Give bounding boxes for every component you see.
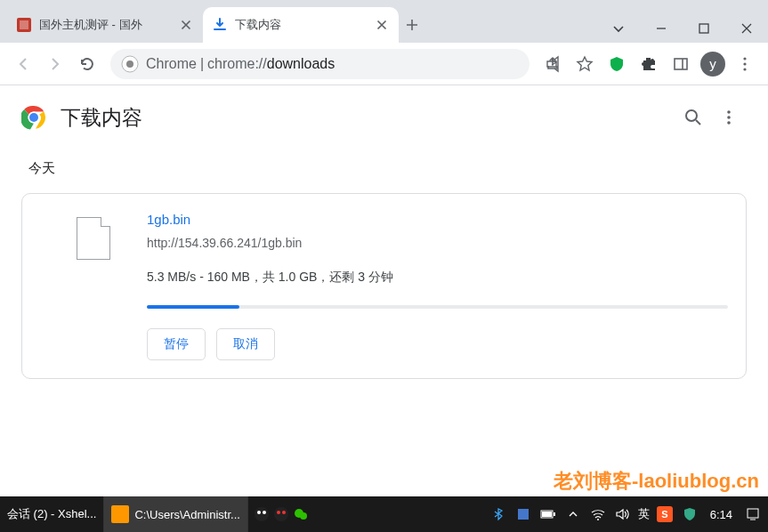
sublime-icon bbox=[111, 505, 129, 523]
back-button[interactable] bbox=[7, 48, 39, 80]
side-panel-icon[interactable] bbox=[665, 48, 697, 80]
tab-active[interactable]: 下载内容 bbox=[203, 7, 399, 43]
svg-point-7 bbox=[743, 57, 746, 60]
downloads-page: 下载内容 今天 1gb.bin http://154.39.66.241/1gb… bbox=[0, 85, 768, 496]
share-icon[interactable] bbox=[537, 48, 569, 80]
svg-rect-26 bbox=[518, 509, 529, 520]
app-icon-2[interactable] bbox=[271, 496, 291, 532]
svg-rect-1 bbox=[20, 20, 28, 29]
chrome-logo-icon bbox=[21, 105, 46, 130]
file-icon bbox=[77, 217, 110, 260]
svg-point-18 bbox=[255, 507, 269, 521]
shield-icon[interactable] bbox=[601, 48, 633, 80]
svg-point-30 bbox=[597, 519, 599, 520]
progress-bar-track bbox=[147, 305, 728, 309]
svg-point-20 bbox=[263, 511, 266, 514]
app-icon-1[interactable] bbox=[252, 496, 271, 532]
address-bar[interactable]: Chrome | chrome://downloads bbox=[110, 49, 530, 79]
ime-indicator[interactable]: 英 bbox=[638, 496, 650, 532]
chrome-logo-small-icon bbox=[121, 55, 139, 73]
svg-rect-33 bbox=[748, 509, 758, 518]
clock[interactable]: 6:14 bbox=[705, 508, 738, 521]
taskbar-item-xshell[interactable]: 会话 (2) - Xshel... bbox=[0, 496, 104, 532]
tab-title: 国外主机测评 - 国外 bbox=[39, 17, 174, 33]
window-controls bbox=[597, 7, 768, 43]
svg-point-4 bbox=[126, 60, 133, 68]
svg-point-21 bbox=[274, 507, 288, 521]
minimize-button[interactable] bbox=[640, 14, 683, 43]
taskbar-pinned-group bbox=[248, 496, 314, 532]
download-favicon-icon bbox=[212, 17, 228, 33]
window-titlebar: 国外主机测评 - 国外 下载内容 bbox=[0, 0, 768, 43]
battery-icon[interactable] bbox=[538, 496, 558, 532]
svg-rect-29 bbox=[542, 512, 552, 517]
download-status: 5.3 MB/s - 160 MB，共 1.0 GB，还剩 3 分钟 bbox=[147, 270, 728, 286]
pause-button[interactable]: 暂停 bbox=[147, 328, 206, 360]
security-icon[interactable] bbox=[680, 496, 699, 532]
page-header: 下载内容 bbox=[0, 85, 768, 149]
wifi-icon[interactable] bbox=[588, 496, 608, 532]
taskbar: 会话 (2) - Xshel... C:\Users\Administr... … bbox=[0, 496, 768, 532]
system-tray: 英 S 6:14 bbox=[483, 496, 768, 532]
maximize-button[interactable] bbox=[683, 14, 725, 43]
svg-point-15 bbox=[727, 116, 731, 119]
svg-rect-17 bbox=[111, 505, 129, 523]
chevron-down-icon[interactable] bbox=[597, 14, 640, 43]
sogou-ime-icon[interactable]: S bbox=[655, 496, 675, 532]
download-actions: 暂停 取消 bbox=[147, 328, 728, 360]
svg-point-9 bbox=[743, 68, 746, 70]
page-title: 下载内容 bbox=[61, 104, 675, 132]
date-section-label: 今天 bbox=[0, 149, 768, 193]
svg-point-13 bbox=[686, 110, 697, 121]
tab-title: 下载内容 bbox=[235, 17, 370, 33]
svg-point-22 bbox=[277, 511, 280, 514]
download-info: 1gb.bin http://154.39.66.241/1gb.bin 5.3… bbox=[147, 212, 728, 360]
svg-point-25 bbox=[300, 512, 307, 520]
tab-strip: 国外主机测评 - 国外 下载内容 bbox=[7, 7, 425, 43]
reload-button[interactable] bbox=[71, 48, 103, 80]
svg-point-8 bbox=[743, 62, 746, 65]
favicon-seal-icon bbox=[16, 17, 32, 33]
svg-point-16 bbox=[727, 121, 731, 125]
svg-point-14 bbox=[727, 110, 731, 114]
more-menu-icon[interactable] bbox=[711, 100, 747, 135]
wechat-icon[interactable] bbox=[291, 496, 311, 532]
forward-button[interactable] bbox=[39, 48, 71, 80]
close-tab-icon[interactable] bbox=[374, 17, 390, 33]
bluetooth-icon[interactable] bbox=[489, 496, 508, 532]
taskbar-item-explorer[interactable]: C:\Users\Administr... bbox=[104, 496, 247, 532]
cancel-button[interactable]: 取消 bbox=[216, 328, 275, 360]
progress-bar-fill bbox=[147, 305, 239, 309]
bookmark-star-icon[interactable] bbox=[569, 48, 601, 80]
notifications-icon[interactable] bbox=[743, 496, 763, 532]
profile-avatar[interactable]: y bbox=[700, 52, 725, 77]
omnibox-text: Chrome | chrome://downloads bbox=[146, 56, 335, 72]
svg-rect-2 bbox=[699, 24, 708, 33]
extensions-puzzle-icon[interactable] bbox=[633, 48, 665, 80]
download-filename[interactable]: 1gb.bin bbox=[147, 212, 728, 227]
download-item: 1gb.bin http://154.39.66.241/1gb.bin 5.3… bbox=[21, 193, 747, 379]
svg-rect-5 bbox=[675, 59, 687, 69]
download-url: http://154.39.66.241/1gb.bin bbox=[147, 236, 728, 250]
svg-point-12 bbox=[29, 113, 38, 122]
tab-inactive[interactable]: 国外主机测评 - 国外 bbox=[7, 7, 203, 43]
close-tab-icon[interactable] bbox=[178, 17, 194, 33]
browser-toolbar: Chrome | chrome://downloads y bbox=[0, 43, 768, 85]
volume-icon[interactable] bbox=[613, 496, 633, 532]
svg-point-19 bbox=[257, 511, 261, 514]
file-icon-wrap bbox=[40, 212, 147, 360]
search-icon[interactable] bbox=[675, 100, 711, 135]
new-tab-button[interactable] bbox=[399, 7, 425, 43]
svg-text:S: S bbox=[661, 509, 667, 520]
close-window-button[interactable] bbox=[725, 14, 768, 43]
tray-app-icon[interactable] bbox=[513, 496, 533, 532]
svg-rect-28 bbox=[554, 512, 555, 516]
svg-point-23 bbox=[282, 511, 286, 514]
kebab-menu-icon[interactable] bbox=[729, 48, 761, 80]
tray-chevron-icon[interactable] bbox=[563, 496, 583, 532]
